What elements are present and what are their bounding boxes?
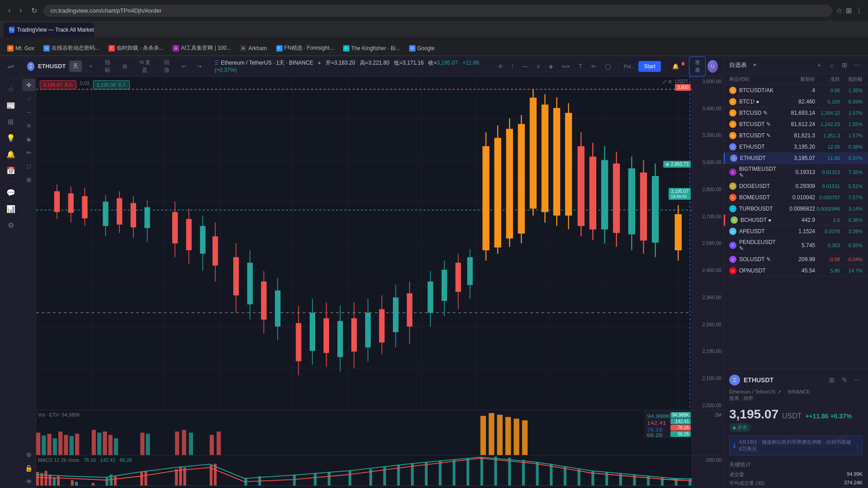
text-tool[interactable]: T [575,61,585,71]
redo-button[interactable]: ↪ [193,61,205,71]
brush-draw-btn[interactable]: ✏ [23,146,35,159]
collapse-price-button[interactable]: ✕ [668,79,672,85]
wl-row-btc1[interactable]: B BTC1! ● 82,460 5,100 6.59% [724,96,868,108]
svg-rect-122 [140,432,144,455]
crosshair-tool[interactable]: ✛ [495,61,506,71]
sidebar-settings-icon[interactable]: ⚙ [4,218,18,232]
bookmark-google-auth[interactable]: G 在线谷歌动态密码... [40,42,103,54]
lock-draw-btn[interactable]: 🔒 [23,462,35,474]
wl-row-btcusd[interactable]: B BTCUSD ✎ 81,693.14 1,264.22 1.57% [724,108,868,119]
add-watchlist-item[interactable]: + [814,60,825,70]
undo-button[interactable]: ↩ [178,61,190,71]
bookmark-button[interactable]: ☆ [836,6,842,15]
sidebar-watchlist-icon[interactable]: ☆ [4,82,18,96]
wl-row-sol[interactable]: S SOLUSDT ✎ 209.99 -0.08 -0.04% [724,254,868,265]
indicators-button[interactable]: 指标 [99,57,115,76]
detail-grid-button[interactable]: ⊞ [826,375,837,385]
wl-change-eth-active: 11.86 [815,155,840,161]
fib-draw-btn[interactable]: ◈ [23,133,35,145]
shapes-draw-btn[interactable]: □ [23,160,35,173]
horizontal-line-tool[interactable]: — [519,61,531,71]
expand-price-button[interactable]: ⤢ [662,79,667,85]
browser-menu-button[interactable]: ⋮ [855,6,863,15]
forward-button[interactable]: › [17,5,24,16]
address-bar[interactable] [43,5,832,17]
sidebar-logo[interactable] [4,60,18,74]
compare-button[interactable]: + [85,61,96,71]
wl-row-opn[interactable]: O OPNUSDT 45.54 5.85 14.7% [724,265,868,277]
buy-order-box[interactable]: 3,195.08 买入 [93,80,130,89]
publish-button[interactable]: 发表 [689,56,706,76]
hl-draw-btn[interactable]: − [23,106,35,118]
trend-line-tool[interactable]: / [508,61,517,71]
user-avatar[interactable]: U [708,60,718,73]
bookmark-mtgox[interactable]: M Mt. Gox [4,43,38,53]
wl-row-ape[interactable]: A APEUSDT 1.1524 0.0378 3.39% [724,226,868,237]
sidebar-chat-icon[interactable]: 💬 [4,185,18,200]
toolbar-separator [618,62,618,71]
shapes-tool[interactable]: ◯ [601,61,614,71]
watchlist-dropdown[interactable]: ▾ [750,61,759,69]
measure-tool[interactable]: ⟺ [558,61,573,71]
volume-bars: 2M 94,988K 142.41 76.16 66.26 [36,410,723,455]
notification-icon[interactable]: 🔔 [669,61,683,71]
wl-pct-btc1: 6.59% [840,99,863,104]
active-tab[interactable]: TV TradingView — Track All Markets × [4,23,94,37]
refresh-button[interactable]: ↻ [28,5,40,17]
bookmark-google[interactable]: G Google [406,43,439,53]
replay-button[interactable]: ⟲ 复盘 [134,57,155,76]
svg-rect-51 [296,323,301,361]
channel-tool[interactable]: ≡ [533,61,543,71]
sidebar-ideas-icon[interactable]: 💡 [4,131,18,145]
wl-row-pendle[interactable]: P PENDLEUSDT ✎ 5.745 0.353 6.55% [724,237,868,254]
start-button[interactable]: Start [638,61,660,72]
bookmark-kingfisher[interactable]: K The Kingfisher · Bi... [340,43,404,53]
extension-button[interactable]: ⊞ [846,6,852,15]
eye-draw-btn[interactable]: 👁 [23,475,35,488]
wl-row-bome[interactable]: B BOMEUSDT 0.010042 0.000707 7.57% [724,192,868,203]
wl-row-ethusdt-active[interactable]: Ξ ETHUSDT 3,195.07 11.86 0.37% [724,153,868,164]
wl-row-ethusdt[interactable]: Ξ ETHUSDT 3,195.20 12.05 0.38% [724,141,868,153]
wl-row-btcusdt-ak[interactable]: B BTCUSDT/AK 4 0.06 1.35% [724,85,868,96]
svg-rect-101 [628,169,635,235]
back-button[interactable]: ‹ [5,5,13,16]
sidebar-alerts-icon[interactable]: 🔔 [4,147,18,161]
wl-row-bigtime[interactable]: B BIGTIMEUSDT ✎ 0.19313 0.01323 7.35% [724,164,868,181]
templates-button[interactable]: ⊞ [119,61,131,71]
watchlist-settings[interactable]: ⊞ [839,60,850,70]
bookmark-fn[interactable]: F FN精选 · Foresight... [273,42,338,54]
bookmark-arkham[interactable]: A Arkham [236,43,270,53]
cursor-tool[interactable]: ✛ [23,79,35,91]
svg-rect-59 [351,318,357,352]
news-banner[interactable]: ℹ 4月19日 · 报道称以色列导弹袭击伊朗，比特币跌破6万美元 › [729,436,863,455]
fib-tool[interactable]: ◈ [545,61,557,71]
bookmark-temp[interactable]: T 临时卸载 · 杀杀杀... [105,42,167,54]
bookmark-ai[interactable]: A AI工具集官网 | 100... [169,42,235,54]
stats-section: 关键统计 成交量 94.99K 平均成交量 (30) 374.24K [729,461,863,487]
wl-price-eth: 3,195.20 [779,144,815,150]
sidebar-news-icon[interactable]: 📰 [4,98,18,113]
sell-order-box[interactable]: 3,195.07 卖出 [40,80,76,89]
sidebar-calendar-icon[interactable]: 📅 [4,163,18,178]
svg-rect-91 [565,113,572,216]
detail-more-button[interactable]: ⋯ [852,375,863,385]
trend-draw-btn[interactable]: ⟋ [23,92,35,105]
wl-row-btcusdt2[interactable]: B BTCUSDT ✎ 81,621.3 1,261.3 1.57% [724,130,868,141]
sidebar-recycle-icon[interactable]: 🗑 [4,485,18,488]
search-watchlist[interactable]: ⌕ [826,60,837,70]
watchlist-more[interactable]: ⋯ [852,60,863,70]
wl-row-turbo[interactable]: T TURBOUSDT 0.0096822 0.0002946 3.14% [724,203,868,215]
sidebar-portfolio-icon[interactable]: 📊 [4,202,18,216]
wl-row-doge[interactable]: D DOGEUSDT 0.29309 0.01531 5.51% [724,181,868,192]
parallel-draw-btn[interactable]: ≡ [23,119,35,132]
interval-button[interactable]: 天 [69,61,82,72]
sidebar-screener-icon[interactable]: ⊞ [4,114,18,129]
wl-row-btcusdt[interactable]: B BTCUSDT ✎ 81,612.24 1,242.23 1.55% [724,119,868,130]
magnet-draw-btn[interactable]: ⊛ [23,448,35,461]
wl-row-bch[interactable]: B BCHUSDT ● 442.9 1.6 0.36% [724,215,868,226]
zoom-draw-btn[interactable]: ⊕ [23,174,35,186]
main-chart[interactable]: 3,195.07 卖出 0.01 3,195.08 买入 [36,77,723,410]
alert-button[interactable]: 回放 [159,57,175,76]
brush-tool[interactable]: ✏ [588,61,599,71]
detail-edit-button[interactable]: ✎ [839,375,850,385]
